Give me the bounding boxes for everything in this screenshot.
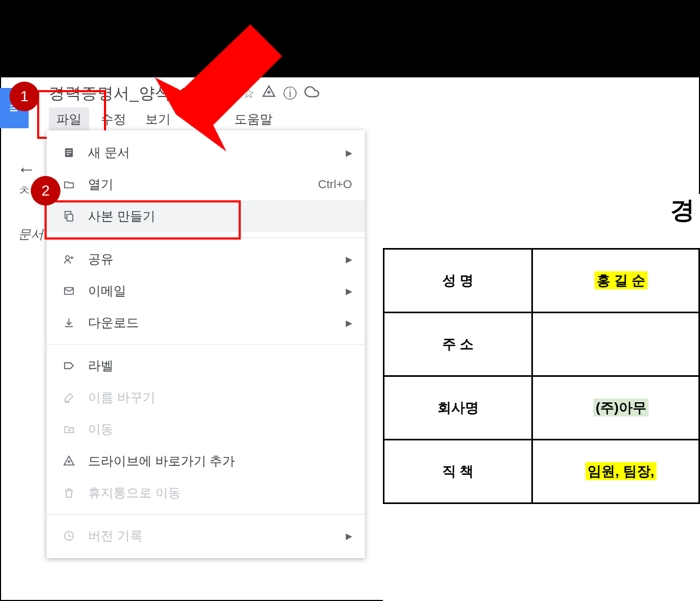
menu-divider bbox=[47, 237, 365, 238]
drive-shortcut-icon bbox=[59, 455, 78, 467]
new-doc-icon bbox=[59, 147, 78, 158]
submenu-arrow-icon: ▶ bbox=[346, 286, 352, 296]
google-docs-window: ≡ 경력증명서_양식_230330 ☆ ⓘ 파일 수정 보기 도구 도움말 ← … bbox=[0, 76, 700, 601]
copy-icon bbox=[59, 210, 78, 222]
menu-label: 이름 바꾸기 bbox=[88, 389, 155, 406]
title-row: 경력증명서_양식_230330 ☆ ⓘ bbox=[12, 83, 688, 104]
rename-icon bbox=[59, 392, 78, 403]
sidebar-partial-text-1: ㅊ bbox=[18, 182, 31, 199]
submenu-arrow-icon: ▶ bbox=[346, 254, 352, 264]
menu-divider bbox=[47, 344, 365, 344]
submenu-arrow-icon: ▶ bbox=[346, 531, 352, 541]
folder-icon bbox=[59, 179, 78, 190]
table-value-position: 임원, 팀장, bbox=[532, 440, 699, 503]
email-icon bbox=[59, 285, 78, 297]
table-row: 직 책 임원, 팀장, bbox=[384, 440, 699, 503]
annotation-number-1: 1 bbox=[10, 82, 39, 111]
menu-edit[interactable]: 수정 bbox=[93, 108, 134, 131]
menu-label: 이동 bbox=[88, 421, 113, 438]
trash-icon bbox=[59, 487, 78, 499]
menu-item-trash: 휴지통으로 이동 bbox=[47, 477, 365, 509]
menu-label: 휴지통으로 이동 bbox=[88, 484, 181, 501]
move-icon bbox=[59, 423, 78, 435]
annotation-red-arrow bbox=[144, 8, 293, 159]
file-dropdown-menu: 새 문서 ▶ 열기 Ctrl+O 사본 만들기 공유 ▶ bbox=[47, 130, 365, 558]
table-row: 회사명 (주)아무 bbox=[384, 376, 699, 440]
annotation-number-2: 2 bbox=[31, 176, 60, 206]
svg-rect-5 bbox=[66, 154, 69, 155]
header: 경력증명서_양식_230330 ☆ ⓘ 파일 수정 보기 도구 도움말 bbox=[1, 77, 699, 131]
download-icon bbox=[59, 317, 78, 329]
table-label-position: 직 책 bbox=[384, 440, 532, 503]
menu-item-open[interactable]: 열기 Ctrl+O bbox=[47, 169, 365, 200]
table-value-company: (주)아무 bbox=[532, 376, 699, 440]
menu-label: 드라이브에 바로가기 추가 bbox=[88, 453, 235, 470]
back-arrow-icon[interactable]: ← bbox=[17, 158, 36, 180]
keyboard-shortcut: Ctrl+O bbox=[318, 178, 352, 191]
menu-item-rename: 이름 바꾸기 bbox=[47, 382, 365, 413]
table-label-company: 회사명 bbox=[384, 376, 532, 440]
svg-rect-4 bbox=[66, 152, 71, 153]
svg-rect-3 bbox=[66, 150, 71, 151]
history-icon bbox=[59, 530, 78, 542]
menu-item-download[interactable]: 다운로드 ▶ bbox=[47, 307, 365, 339]
cloud-saved-icon[interactable] bbox=[304, 84, 319, 103]
menu-item-make-copy[interactable]: 사본 만들기 bbox=[47, 200, 365, 232]
menu-item-move: 이동 bbox=[47, 413, 365, 445]
table-value-name: 홍 길 순 bbox=[532, 249, 699, 313]
share-icon bbox=[59, 253, 78, 265]
menu-label: 사본 만들기 bbox=[88, 208, 155, 225]
menu-item-add-shortcut[interactable]: 드라이브에 바로가기 추가 bbox=[47, 445, 365, 477]
menu-label: 버전 기록 bbox=[88, 527, 143, 544]
menu-label: 새 문서 bbox=[88, 144, 130, 161]
submenu-arrow-icon: ▶ bbox=[346, 318, 352, 328]
sidebar-partial-text-2: 문서 bbox=[18, 226, 43, 243]
document-table: 성 명 홍 길 순 주 소 회사명 (주)아무 직 책 임원, 팀장, bbox=[383, 248, 700, 504]
menu-bar: 파일 수정 보기 도구 도움말 bbox=[12, 108, 688, 131]
document-heading: 경 bbox=[383, 194, 700, 227]
black-top-bar bbox=[0, 0, 700, 76]
menu-label: 다운로드 bbox=[88, 314, 139, 331]
menu-label: 라벨 bbox=[88, 357, 113, 374]
menu-label: 이메일 bbox=[88, 282, 126, 299]
menu-item-email[interactable]: 이메일 ▶ bbox=[47, 275, 365, 307]
svg-marker-17 bbox=[155, 24, 282, 152]
table-row: 성 명 홍 길 순 bbox=[384, 249, 699, 313]
menu-item-label[interactable]: 라벨 bbox=[47, 350, 365, 382]
table-label-address: 주 소 bbox=[384, 313, 532, 376]
submenu-arrow-icon: ▶ bbox=[346, 148, 352, 158]
document-preview: 경 성 명 홍 길 순 주 소 회사명 (주)아무 직 책 임원, 팀장, bbox=[383, 194, 700, 601]
menu-file[interactable]: 파일 bbox=[49, 108, 89, 131]
label-icon bbox=[59, 360, 78, 372]
svg-point-7 bbox=[66, 256, 69, 260]
table-value-address bbox=[532, 313, 699, 376]
table-row: 주 소 bbox=[384, 313, 699, 376]
svg-rect-6 bbox=[67, 214, 73, 221]
menu-item-version-history: 버전 기록 ▶ bbox=[47, 520, 365, 552]
menu-label: 공유 bbox=[88, 251, 113, 268]
table-label-name: 성 명 bbox=[384, 249, 532, 313]
menu-label: 열기 bbox=[88, 176, 113, 193]
menu-divider bbox=[47, 514, 365, 515]
menu-item-share[interactable]: 공유 ▶ bbox=[47, 243, 365, 275]
